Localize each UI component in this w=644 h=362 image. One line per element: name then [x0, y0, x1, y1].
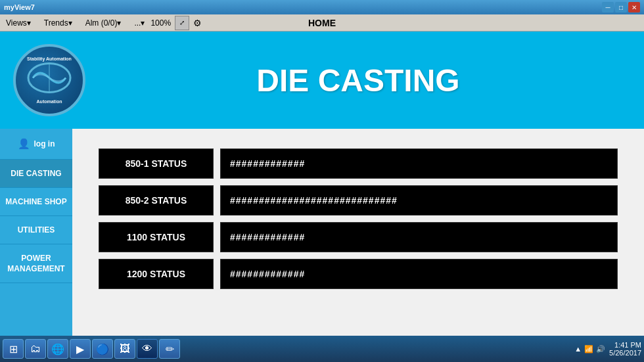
app4-button[interactable]: ✏ [159, 339, 180, 359]
settings-icon[interactable]: ⚙ [193, 18, 202, 28]
minimize-button[interactable]: ─ [602, 2, 614, 12]
main-area: 👤 log in DIE CASTING MACHINE SHOP UTILIT… [0, 129, 644, 336]
start-button[interactable]: ⊞ [3, 339, 24, 359]
menu-right: 100% ⤢ ⚙ [150, 16, 202, 30]
status-label-1200: 1200 STATUS [99, 259, 214, 289]
status-label-850-2: 850-2 STATUS [99, 185, 214, 215]
clock-date: 5/26/2017 [609, 349, 641, 357]
network-icon: 📶 [584, 345, 593, 353]
sidebar-login-label: log in [34, 139, 55, 148]
menu-trends[interactable]: Trends▾ [38, 16, 78, 30]
sidebar-machine-shop-label: MACHINE SHOP [5, 197, 66, 206]
status-label-1100: 1100 STATUS [99, 222, 214, 252]
files-button[interactable]: 🗂 [25, 339, 46, 359]
zoom-level: 100% [150, 18, 171, 28]
sidebar-item-power-management[interactable]: POWER MANAGEMENT [0, 244, 72, 283]
status-value-1100: ############# [220, 222, 618, 252]
status-row-1200: 1200 STATUS ############# [99, 259, 618, 289]
status-value-850-1: ############# [220, 148, 618, 179]
clock-time: 1:41 PM [609, 341, 641, 349]
menu-alm[interactable]: Alm (0/0)▾ [80, 16, 127, 30]
user-icon: 👤 [18, 138, 30, 150]
sidebar-power-label-1: POWER [21, 254, 51, 263]
taskbar-right: ▲ 📶 🔊 1:41 PM 5/26/2017 [574, 341, 641, 357]
sidebar-utilities-label: UTILITIES [18, 225, 55, 235]
window-controls: ─ □ ✕ [602, 2, 640, 12]
title-bar: myView7 ─ □ ✕ [0, 0, 644, 14]
fullscreen-button[interactable]: ⤢ [175, 16, 189, 30]
status-label-850-1: 850-1 STATUS [99, 148, 214, 179]
taskbar-buttons: ⊞ 🗂 🌐 ▶ 🔵 🖼 👁 ✏ [3, 339, 180, 359]
system-tray: ▲ 📶 🔊 [574, 345, 605, 353]
sidebar-item-utilities[interactable]: UTILITIES [0, 216, 72, 244]
menu-home-label: HOME [308, 18, 336, 28]
page-title: DIE CASTING [85, 62, 631, 99]
header: Stability Automation Automation DIE CAST… [0, 32, 644, 129]
app2-button[interactable]: 🖼 [114, 339, 135, 359]
close-button[interactable]: ✕ [628, 2, 640, 12]
sidebar-item-login[interactable]: 👤 log in [0, 129, 72, 160]
menu-views[interactable]: Views▾ [0, 16, 37, 30]
menu-more[interactable]: ...▾ [128, 16, 150, 30]
logo: Stability Automation Automation [13, 44, 85, 116]
sidebar-die-casting-label: DIE CASTING [11, 169, 61, 178]
status-row-850-1: 850-1 STATUS ############# [99, 148, 618, 179]
logo-wave-icon [26, 62, 72, 99]
sidebar: 👤 log in DIE CASTING MACHINE SHOP UTILIT… [0, 129, 72, 336]
logo-text-top: Stability Automation [16, 57, 83, 61]
sidebar-power-label-2: MANAGEMENT [7, 264, 64, 273]
clock: 1:41 PM 5/26/2017 [609, 341, 641, 357]
status-value-850-2: ############################# [220, 185, 618, 215]
sidebar-item-machine-shop[interactable]: MACHINE SHOP [0, 188, 72, 216]
sidebar-item-die-casting[interactable]: DIE CASTING [0, 160, 72, 188]
content-area: 850-1 STATUS ############# 850-2 STATUS … [72, 129, 644, 336]
status-row-850-2: 850-2 STATUS ###########################… [99, 185, 618, 215]
media-button[interactable]: ▶ [70, 339, 91, 359]
browser-button[interactable]: 🌐 [47, 339, 68, 359]
taskbar: ⊞ 🗂 🌐 ▶ 🔵 🖼 👁 ✏ ▲ 📶 🔊 1:41 PM 5/26/2017 [0, 336, 644, 362]
app-body: Stability Automation Automation DIE CAST… [0, 32, 644, 336]
window-title: myView7 [4, 3, 35, 11]
maximize-button[interactable]: □ [615, 2, 627, 12]
status-value-1200: ############# [220, 259, 618, 289]
menu-items: Views▾ Trends▾ Alm (0/0)▾ ...▾ [0, 16, 150, 30]
tray-icon-1: ▲ [574, 345, 582, 353]
volume-icon: 🔊 [596, 345, 605, 353]
menu-bar: Views▾ Trends▾ Alm (0/0)▾ ...▾ HOME 100%… [0, 14, 644, 32]
logo-text-bottom: Automation [16, 99, 83, 104]
status-row-1100: 1100 STATUS ############# [99, 222, 618, 252]
app3-button[interactable]: 👁 [137, 339, 158, 359]
app1-button[interactable]: 🔵 [92, 339, 113, 359]
